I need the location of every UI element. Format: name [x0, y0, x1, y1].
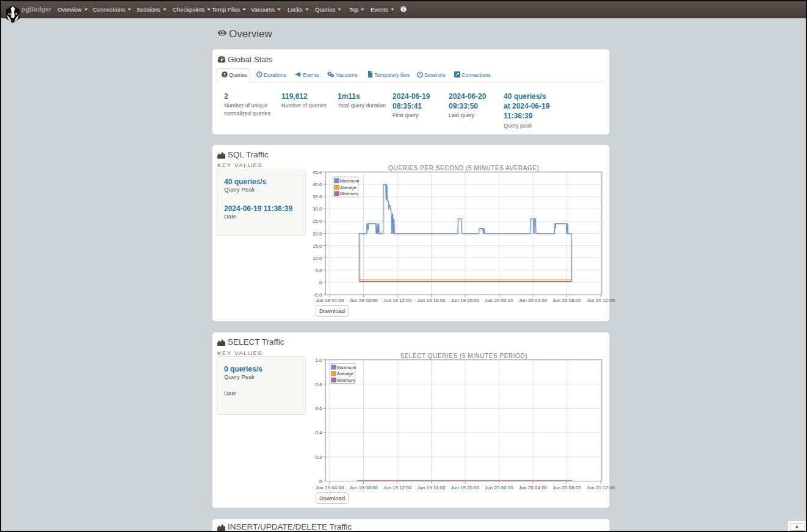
svg-text:SELECT QUERIES (5 MINUTES PERI: SELECT QUERIES (5 MINUTES PERIOD)	[400, 353, 528, 359]
svg-text:Maximum: Maximum	[340, 178, 359, 184]
svg-text:Maximum: Maximum	[337, 365, 356, 370]
svg-text:Jun 19 04:00: Jun 19 04:00	[316, 485, 344, 491]
svg-text:Jun 19 20:00: Jun 19 20:00	[451, 298, 480, 303]
svg-text:0.6: 0.6	[315, 406, 322, 411]
svg-text:Minimum: Minimum	[340, 191, 358, 196]
svg-text:Jun 19 12:00: Jun 19 12:00	[383, 485, 412, 491]
svg-text:35.0: 35.0	[313, 194, 322, 200]
svg-text:Minimum: Minimum	[337, 378, 355, 383]
svg-text:20.0: 20.0	[313, 231, 322, 237]
svg-text:Jun 19 12:00: Jun 19 12:00	[383, 298, 412, 303]
svg-text:Jun 20 00:00: Jun 20 00:00	[485, 298, 513, 303]
svg-text:5.0: 5.0	[315, 268, 322, 273]
svg-text:10.0: 10.0	[313, 256, 322, 261]
svg-text:Jun 19 16:00: Jun 19 16:00	[417, 298, 446, 303]
svg-text:Jun 20 04:00: Jun 20 04:00	[519, 298, 548, 303]
svg-text:Jun 20 08:00: Jun 20 08:00	[552, 298, 581, 303]
svg-text:0.8: 0.8	[315, 382, 322, 387]
svg-text:QUERIES PER SECOND (5 MINUTES: QUERIES PER SECOND (5 MINUTES AVERAGE)	[388, 165, 539, 171]
svg-text:25.0: 25.0	[313, 218, 322, 224]
svg-text:?: ?	[223, 73, 226, 77]
svg-text:45.0: 45.0	[313, 170, 322, 175]
svg-text:Jun 19 16:00: Jun 19 16:00	[417, 485, 446, 491]
svg-text:Jun 19 08:00: Jun 19 08:00	[349, 485, 378, 491]
svg-text:Jun 20 12:00: Jun 20 12:00	[587, 485, 615, 491]
svg-text:40.0: 40.0	[313, 182, 322, 187]
svg-text:Jun 19 08:00: Jun 19 08:00	[349, 298, 378, 303]
svg-text:Jun 19 20:00: Jun 19 20:00	[451, 485, 480, 491]
svg-text:30.0: 30.0	[313, 206, 322, 212]
svg-text:Jun 20 00:00: Jun 20 00:00	[485, 485, 513, 491]
svg-text:0: 0	[319, 479, 322, 484]
svg-text:15.0: 15.0	[313, 243, 322, 249]
svg-text:Average: Average	[340, 185, 356, 190]
svg-text:-5.0: -5.0	[314, 292, 322, 298]
svg-text:0.2: 0.2	[315, 455, 322, 460]
svg-text:Jun 19 04:00: Jun 19 04:00	[316, 298, 344, 303]
svg-text:1.0: 1.0	[315, 358, 322, 363]
svg-text:0.4: 0.4	[315, 430, 322, 436]
svg-text:Average: Average	[337, 371, 353, 376]
svg-text:0: 0	[319, 280, 322, 286]
svg-text:Jun 20 08:00: Jun 20 08:00	[552, 485, 581, 491]
svg-text:Jun 20 12:00: Jun 20 12:00	[587, 298, 615, 303]
svg-text:Jun 20 04:00: Jun 20 04:00	[519, 485, 548, 491]
